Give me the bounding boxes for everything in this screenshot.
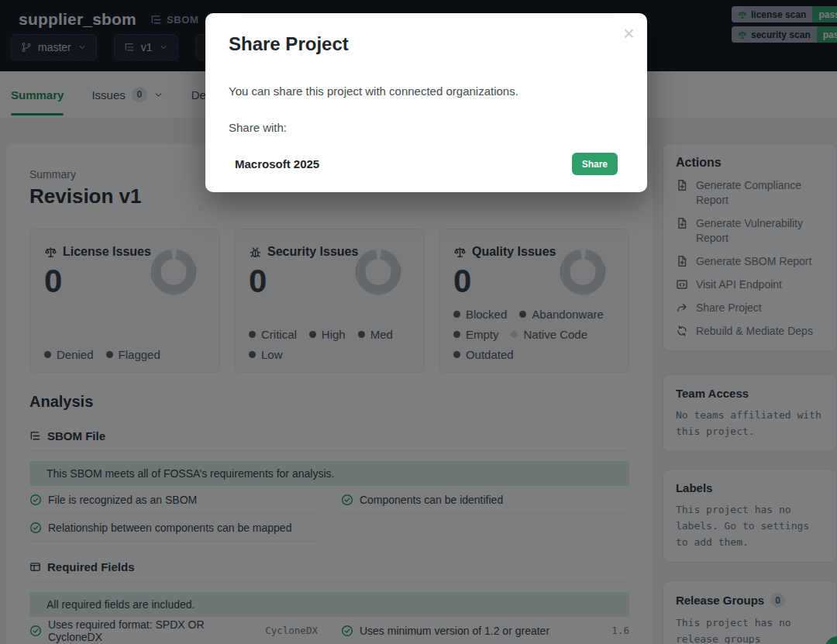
organization-name: Macrosoft 2025 [235, 157, 319, 170]
close-icon[interactable]: × [623, 19, 635, 47]
share-button[interactable]: Share [572, 153, 618, 175]
modal-title: Share Project [229, 33, 349, 55]
app-window: supplier_sbom SBOM license scan passing [0, 0, 837, 644]
share-with-label: Share with: [229, 121, 287, 134]
share-project-modal: × Share Project You can share this proje… [205, 13, 647, 192]
modal-description: You can share this project with connecte… [229, 84, 518, 98]
